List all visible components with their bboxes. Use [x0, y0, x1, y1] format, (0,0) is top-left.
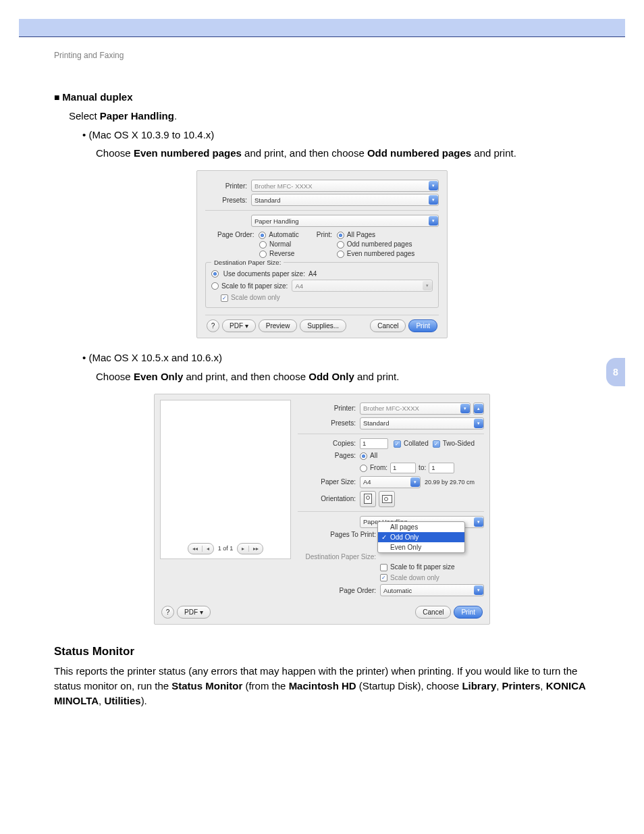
pages-from-input[interactable]: 1 — [390, 463, 416, 473]
page-order-group: Page Order: Automatic Normal Reverse — [217, 231, 299, 258]
pages-to-print-label: Pages To Print: — [298, 531, 380, 538]
help-button[interactable]: ? — [207, 319, 219, 332]
presets-label: Presets: — [298, 419, 360, 427]
os-105-line: • (Mac OS X 10.5.x and 10.6.x) — [82, 350, 590, 365]
paper-dimensions: 20.99 by 29.70 cm — [425, 479, 475, 486]
menu-item-all-pages[interactable]: All pages — [378, 522, 464, 532]
preview-prev-buttons[interactable]: ◂◂◂ — [188, 543, 214, 554]
radio-odd-pages[interactable] — [337, 241, 344, 249]
status-monitor-heading: Status Monitor — [54, 645, 590, 658]
orientation-portrait[interactable] — [360, 491, 376, 507]
breadcrumb: Printing and Faxing — [54, 51, 590, 60]
printer-select[interactable]: Brother MFC-XXXX▾ — [360, 402, 471, 415]
cancel-button[interactable]: Cancel — [415, 606, 451, 619]
check-two-sided[interactable]: ✓ — [433, 440, 440, 448]
print-dialog-10-4: Printer: Brother MFC- XXXX▾ Presets: Sta… — [196, 170, 448, 338]
pages-to-print-menu[interactable]: All pages Odd Only Even Only — [377, 521, 465, 553]
check-scale-to-fit[interactable] — [380, 564, 387, 571]
page-content: Printing and Faxing ■ Manual duplex Sele… — [0, 37, 644, 834]
radio-normal[interactable] — [259, 241, 267, 249]
destination-paper-size-group: Destination Paper Size: Use documents pa… — [205, 262, 439, 309]
copies-label: Copies: — [298, 440, 360, 447]
chapter-tab: 8 — [606, 358, 625, 386]
orientation-landscape[interactable] — [379, 491, 395, 507]
header-band — [19, 19, 625, 37]
radio-pages-from[interactable] — [360, 465, 367, 472]
pages-label: Pages: — [298, 452, 360, 459]
presets-select[interactable]: Standard▾ — [251, 194, 439, 206]
menu-item-even-only[interactable]: Even Only — [378, 542, 464, 552]
destination-paper-size-label: Destination Paper Size: — [298, 553, 380, 561]
status-monitor-body: This reports the printer status (any err… — [54, 664, 590, 708]
cancel-button[interactable]: Cancel — [370, 319, 406, 332]
supplies-button[interactable]: Supplies... — [300, 319, 346, 332]
check-scale-down-only[interactable]: ✓ — [221, 294, 228, 302]
presets-select[interactable]: Standard▾ — [360, 417, 484, 429]
print-group: Print: All Pages Odd numbered pages Even… — [317, 231, 415, 258]
pages-to-input[interactable]: 1 — [429, 463, 454, 473]
preview-next-buttons[interactable]: ▸▸▸ — [237, 543, 263, 554]
help-button[interactable]: ? — [161, 606, 174, 619]
os-104-instruction: Choose Even numbered pages and print, an… — [96, 146, 590, 161]
print-button[interactable]: Print — [408, 319, 437, 332]
pdf-button[interactable]: PDF ▾ — [177, 606, 211, 619]
copies-input[interactable]: 1 — [360, 438, 388, 449]
pdf-button[interactable]: PDF ▾ — [222, 319, 256, 332]
radio-use-doc-size[interactable] — [211, 270, 219, 278]
os-105-instruction: Choose Even Only and print, and then cho… — [96, 369, 590, 384]
os-104-line: • (Mac OS X 10.3.9 to 10.4.x) — [82, 128, 590, 142]
radio-reverse[interactable] — [259, 251, 267, 258]
printer-label: Printer: — [298, 405, 360, 412]
radio-automatic[interactable] — [259, 232, 266, 239]
radio-pages-all[interactable] — [360, 452, 367, 460]
select-paper-handling: Select Paper Handling. — [69, 109, 590, 124]
page-order-label: Page Order: — [217, 231, 254, 238]
preview-page-count: 1 of 1 — [218, 545, 234, 552]
radio-scale-to-fit[interactable] — [211, 282, 219, 290]
paper-size-label: Paper Size: — [298, 478, 360, 486]
radio-all-pages[interactable] — [337, 232, 344, 239]
orientation-label: Orientation: — [298, 495, 360, 502]
collapse-button[interactable]: ▴ — [473, 402, 484, 415]
print-label: Print: — [317, 231, 332, 238]
manual-duplex-heading: ■ Manual duplex — [54, 90, 590, 105]
menu-item-odd-only[interactable]: Odd Only — [378, 532, 464, 542]
panel-select[interactable]: Paper Handling▾ — [251, 215, 439, 227]
preview-button[interactable]: Preview — [259, 319, 298, 332]
print-dialog-10-5: ◂◂◂ 1 of 1 ▸▸▸ Printer: Brother MFC-XXXX… — [154, 394, 490, 625]
paper-size-select[interactable]: A4▾ — [360, 476, 421, 488]
check-scale-down-only[interactable]: ✓ — [380, 574, 387, 581]
page-order-label: Page Order: — [298, 587, 380, 594]
print-button[interactable]: Print — [454, 606, 483, 619]
presets-label: Presets: — [205, 197, 251, 204]
printer-select[interactable]: Brother MFC- XXXX▾ — [251, 180, 439, 192]
scale-paper-select[interactable]: A4▾ — [292, 280, 433, 292]
radio-even-pages[interactable] — [337, 251, 344, 258]
check-collated[interactable]: ✓ — [394, 440, 401, 448]
printer-label: Printer: — [205, 182, 251, 190]
page-order-select[interactable]: Automatic▾ — [380, 584, 484, 596]
print-preview-pane: ◂◂◂ 1 of 1 ▸▸▸ — [160, 400, 291, 559]
